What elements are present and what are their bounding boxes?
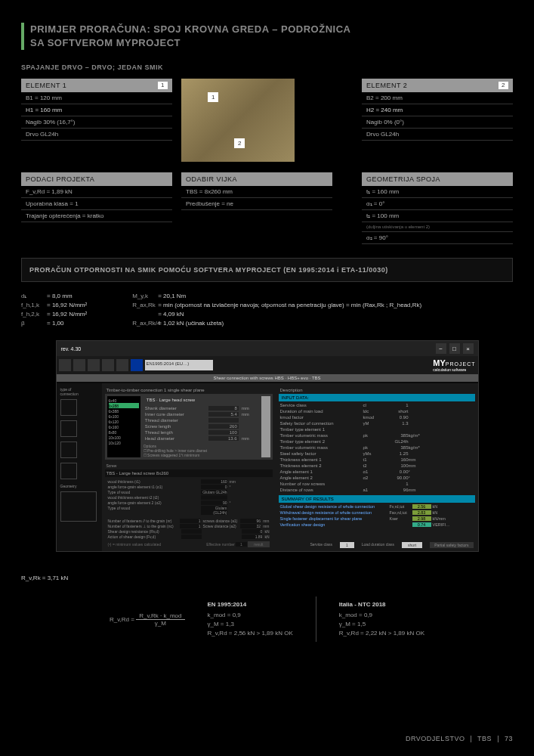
- list-item[interactable]: 6x120: [109, 419, 139, 424]
- std2-row: k_mod = 0,9: [339, 611, 424, 620]
- list-item[interactable]: 6x388: [109, 408, 139, 414]
- eu-flag-icon[interactable]: [131, 359, 143, 371]
- formula-num: R_v,Rk · k_mod: [136, 612, 184, 620]
- tbs-params: TBS · Large head screw Shank diameter8mm…: [144, 396, 258, 457]
- connection-photo: 1 2: [181, 79, 295, 162]
- conn-type-cell[interactable]: [60, 442, 77, 458]
- settings-icon[interactable]: [116, 359, 128, 371]
- calc-title: PRORAČUN OTPORNOSTI NA SMIK POMOĆU SOFTV…: [21, 258, 513, 282]
- opt-stagger[interactable]: Screws staggered 1°t minimum: [147, 453, 199, 457]
- screw-header: ODABIR VIJKA: [181, 172, 332, 186]
- list-item[interactable]: 10x120: [109, 440, 139, 445]
- summary-rows: Global shear design resistance of whole …: [279, 503, 475, 528]
- p-label: f_h,1,k: [21, 302, 44, 308]
- list-item[interactable]: 6x100: [109, 414, 139, 419]
- p-label: f_h,2,k: [21, 311, 44, 318]
- photo-tag-2: 2: [234, 138, 245, 148]
- projdata-header: PODACI PROJEKTA: [21, 172, 172, 186]
- element1-box: ELEMENT 1 1 B1 = 120 mm H1 = 160 mm Nagi…: [21, 79, 172, 162]
- desc-title: Description: [279, 386, 475, 394]
- p-val: = 20,1 Nm: [158, 293, 186, 299]
- ld-select[interactable]: short: [402, 542, 422, 548]
- list-item[interactable]: 6x40: [109, 398, 139, 403]
- fastener-inputs: Number of fasteners // to the grain (nr)…: [105, 516, 273, 541]
- print-icon[interactable]: [102, 359, 114, 371]
- params-col2: M_y,k= 20,1 Nm R_ax,Rk= min (otpornost n…: [132, 293, 421, 327]
- element1-header-label: ELEMENT 1: [26, 82, 66, 89]
- formula-lhs: R_v,Rd =: [110, 615, 134, 622]
- geom-row-note: (duljina utiskivanja u element 2): [362, 222, 513, 232]
- std1-row: R_v,Rd = 2,56 kN > 1,89 kN OK: [208, 629, 293, 638]
- conn-type-cell[interactable]: [60, 463, 77, 479]
- toolbar: EN1995:2014 (EU…) MYPROJECT calculation …: [57, 356, 478, 374]
- element2-box: ELEMENT 2 2 B2 = 200 mm H2 = 240 mm Nagi…: [362, 79, 513, 162]
- element2-header: ELEMENT 2 2: [362, 79, 513, 92]
- result-button[interactable]: result: [248, 541, 269, 547]
- pd-row: Trajanje opterećenja = kratko: [21, 210, 172, 222]
- geometry-box: GEOMETRIJA SPOJA t₁ = 160 mm α₁ = 0° t₂ …: [362, 172, 513, 244]
- logo-thin: PROJECT: [446, 361, 476, 367]
- vertical-divider: [316, 596, 316, 642]
- list-item[interactable]: 8x80: [109, 429, 139, 435]
- open-icon[interactable]: [73, 359, 85, 371]
- el1-row: Drvo GL24h: [21, 129, 172, 141]
- save-icon[interactable]: [88, 359, 100, 371]
- project-data-box: PODACI PROJEKTA F_v,Rd = 1,89 kN Uporabn…: [21, 172, 172, 244]
- screw-row: Predbušenje = ne: [181, 198, 332, 210]
- top-row: ELEMENT 1 1 B1 = 120 mm H1 = 160 mm Nagi…: [21, 79, 513, 162]
- conn-type-cell[interactable]: [60, 420, 77, 437]
- maximize-icon[interactable]: □: [449, 343, 460, 354]
- close-icon[interactable]: ×: [463, 343, 474, 354]
- psf-button[interactable]: Partial safety factors: [430, 542, 473, 548]
- geom-row: t₂ = 100 mm: [362, 210, 513, 222]
- list-item[interactable]: 10x100: [109, 435, 139, 440]
- sc-select[interactable]: 1: [340, 542, 354, 548]
- p-val: = min (otpornost na izvlačenje navoja; o…: [158, 302, 421, 308]
- tbs-group: 6x40 6x288 6x388 6x100 6x120 6x160 8x80 …: [105, 394, 273, 460]
- element1-num: 1: [158, 82, 168, 89]
- p-val: = 1,00: [47, 320, 63, 327]
- bottom-bar: Service class 1 Load duration class shor…: [310, 542, 473, 548]
- el1-row: Nagib 30% (16,7°): [21, 116, 172, 129]
- second-row: PODACI PROJEKTA F_v,Rd = 1,89 kN Uporabn…: [21, 172, 513, 244]
- list-item[interactable]: 6x160: [109, 424, 139, 429]
- pd-row: Uporabna klasa = 1: [21, 198, 172, 210]
- formula-row: R_v,Rd = R_v,Rk · k_mod γ_M EN 1995:2014…: [21, 596, 513, 642]
- photo-tag-1: 1: [208, 92, 218, 102]
- ld-label: Load duration class: [362, 542, 394, 548]
- footer-page: 73: [505, 735, 513, 742]
- p-label: M_y,k: [132, 293, 155, 299]
- home-icon[interactable]: [59, 359, 71, 371]
- minimize-icon[interactable]: −: [436, 343, 446, 354]
- screw-sel-label[interactable]: TBS - Large head screw 8x260: [105, 469, 273, 477]
- el1-row: H1 = 160 mm: [21, 104, 172, 116]
- eff-label: Effective number: [206, 542, 234, 547]
- pd-row: F_v,Rd = 1,89 kN: [21, 186, 172, 198]
- p-val: = 16,92 N/mm²: [47, 302, 87, 308]
- norm-select[interactable]: EN1995:2014 (EU…): [145, 360, 213, 370]
- conn-type-cell[interactable]: [60, 399, 77, 416]
- el1-row: B1 = 120 mm: [21, 92, 172, 104]
- p-val: = 8,0 mm: [47, 293, 73, 299]
- p-label: β: [21, 320, 44, 327]
- rvrk-result: R_v,Rk = 3,71 kN: [21, 575, 513, 581]
- logo-tagline: calculation software: [433, 367, 475, 372]
- std2-row: γ_M = 1,5: [339, 620, 424, 629]
- el2-row: Drvo GL24h: [362, 129, 513, 141]
- list-item[interactable]: 6x288: [109, 403, 139, 408]
- geom-inputs: wood thickness (t1)160mmangle force-grai…: [105, 477, 273, 516]
- summary-title: SUMMARY OF RESULTS: [279, 495, 475, 503]
- min-note: (¹) = minimum values calculated: [108, 542, 162, 547]
- window-version: rev. 4.30: [61, 346, 82, 352]
- el2-row: B2 = 200 mm: [362, 92, 513, 104]
- left-sidebar: type ofconnection Geometry: [57, 383, 102, 552]
- screw-box: ODABIR VIJKA TBS = 8x260 mm Predbušenje …: [181, 172, 332, 244]
- el2-row: Nagib 0% (0°): [362, 116, 513, 129]
- formula-block: R_v,Rd = R_v,Rk · k_mod γ_M: [110, 612, 185, 627]
- window-titlebar: rev. 4.30 − □ ×: [57, 341, 478, 356]
- tbs-size-list[interactable]: 6x40 6x288 6x388 6x100 6x120 6x160 8x80 …: [107, 396, 140, 457]
- footer-product: TBS: [477, 735, 492, 742]
- formula-denom: γ_M: [136, 620, 184, 627]
- std2-title: Italia - NTC 2018: [339, 600, 424, 609]
- el2-row: H2 = 240 mm: [362, 104, 513, 116]
